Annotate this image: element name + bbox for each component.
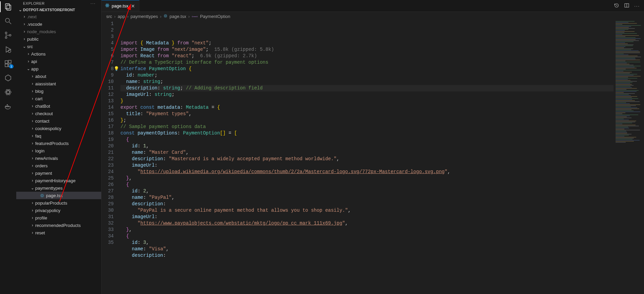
tree-label: cookiespolicy — [35, 126, 61, 131]
file-item[interactable]: page.tsx — [16, 192, 101, 199]
code-line[interactable]: id: 1, — [120, 143, 614, 149]
bc-file[interactable]: page.tsx — [170, 14, 186, 19]
folder-item[interactable]: ›faq — [16, 132, 101, 140]
code-area[interactable]: 💡 import { Metadata } from "next";import… — [120, 21, 614, 294]
code-line[interactable]: }, — [120, 227, 614, 233]
code-line[interactable]: id: 3, — [120, 239, 614, 246]
code-line[interactable]: imageUrl: — [120, 214, 614, 220]
folder-item[interactable]: ›blog — [16, 87, 101, 95]
folder-item[interactable]: ›login — [16, 147, 101, 154]
code-line[interactable]: title: "Payment types", — [120, 111, 614, 117]
folder-item[interactable]: ›reset — [16, 229, 101, 236]
code-line[interactable]: description: string; // Adding descripti… — [120, 85, 614, 91]
code-line[interactable]: import Image from "next/image"; 15.8k (g… — [120, 46, 614, 53]
code-line[interactable]: { — [120, 136, 614, 143]
folder-item[interactable]: ›checkout — [16, 110, 101, 117]
code-line[interactable]: imageUrl: — [120, 162, 614, 169]
tree-label: recommendedProducts — [35, 223, 81, 228]
tree-label: orders — [35, 163, 48, 168]
run-debug-icon[interactable] — [4, 45, 12, 54]
bc-symbol[interactable]: PaymentOption — [200, 14, 230, 19]
folder-item[interactable]: ›profile — [16, 214, 101, 222]
folder-item[interactable]: ›cookiespolicy — [16, 125, 101, 132]
code-line[interactable]: }; — [120, 117, 614, 124]
atom-icon[interactable] — [4, 88, 12, 96]
code-line[interactable]: imageUrl: string; — [120, 91, 614, 98]
tab-page-tsx[interactable]: page.tsx ✕ — [102, 0, 139, 12]
folder-item[interactable]: ›contact — [16, 117, 101, 125]
folder-item[interactable]: ⌄app — [16, 65, 101, 72]
folder-item[interactable]: ›Actions — [16, 50, 101, 58]
code-line[interactable]: interface PaymentOption { — [120, 66, 614, 72]
code-line[interactable]: "PayPal is a secure online payment metho… — [120, 207, 614, 214]
code-line[interactable]: description: — [120, 252, 614, 259]
folder-item[interactable]: ›cart — [16, 95, 101, 102]
code-line[interactable]: name: "Visa", — [120, 246, 614, 252]
ext-badge: 1 — [9, 64, 14, 68]
folder-item[interactable]: ›payment — [16, 169, 101, 177]
folder-item[interactable]: ›api — [16, 58, 101, 65]
code-line[interactable]: id: number; — [120, 72, 614, 79]
tree-label: public — [27, 37, 39, 42]
bc-src[interactable]: src — [106, 14, 112, 19]
folder-item[interactable]: ›newArrivals — [16, 154, 101, 162]
code-line[interactable]: const paymentOptions: PaymentOption[] = … — [120, 130, 614, 136]
folder-item[interactable]: ›orders — [16, 162, 101, 169]
source-control-icon[interactable] — [4, 31, 12, 39]
code-line[interactable]: "https://upload.wikimedia.org/wikipedia/… — [120, 169, 614, 175]
search-icon[interactable] — [4, 17, 12, 25]
chevron-right-icon: › — [30, 104, 35, 108]
docker-icon[interactable] — [4, 102, 12, 110]
folder-item[interactable]: ⌄paymenttypes — [16, 184, 101, 192]
svg-marker-7 — [6, 47, 11, 52]
code-line[interactable]: "https://www.paypalobjects.com/webstatic… — [120, 220, 614, 227]
more-icon[interactable]: ··· — [634, 3, 640, 8]
code-line[interactable]: }, — [120, 175, 614, 182]
code-line[interactable]: } — [120, 98, 614, 104]
folder-item[interactable]: ›chatBot — [16, 102, 101, 110]
code-line[interactable]: // Define a TypeScript interface for pay… — [120, 59, 614, 66]
editor[interactable]: 1234567891011121314151617181920212223242… — [102, 21, 644, 294]
code-line[interactable]: name: "PayPal", — [120, 194, 614, 201]
tree-label: Actions — [31, 51, 46, 57]
code-line[interactable]: name: string; — [120, 79, 614, 85]
folder-item[interactable]: ›.vscode — [16, 20, 101, 28]
explorer-icon[interactable] — [4, 3, 12, 11]
bc-app[interactable]: app — [118, 14, 125, 19]
split-editor-icon[interactable] — [624, 3, 629, 9]
timeline-icon[interactable] — [614, 3, 619, 9]
folder-item[interactable]: ›node_modules — [16, 28, 101, 35]
breadcrumb[interactable]: src› app› paymenttypes› page.tsx› ◦─◦ Pa… — [102, 12, 644, 21]
folder-item[interactable]: ›paymentHistorypage — [16, 177, 101, 184]
svg-rect-10 — [5, 64, 8, 67]
code-line[interactable]: export const metadata: Metadata = { — [120, 104, 614, 111]
code-line[interactable]: import { Metadata } from "next"; — [120, 40, 614, 46]
folder-item[interactable]: ›recommendedProducts — [16, 222, 101, 229]
folder-item[interactable]: ›public — [16, 35, 101, 43]
code-line[interactable]: description: — [120, 201, 614, 207]
folder-item[interactable]: ›featuredProducts — [16, 140, 101, 147]
lightbulb-icon[interactable]: 💡 — [114, 66, 119, 72]
folder-item[interactable]: ›privacypolicy — [16, 207, 101, 214]
folder-item[interactable]: ›about — [16, 72, 101, 80]
hex-icon[interactable] — [4, 74, 12, 82]
svg-rect-9 — [5, 61, 8, 63]
extensions-icon[interactable]: 1 — [4, 60, 12, 68]
folder-item[interactable]: ⌄src — [16, 43, 101, 50]
code-line[interactable]: { — [120, 182, 614, 188]
minimap[interactable] — [614, 21, 644, 294]
code-line[interactable]: name: "Master Card", — [120, 149, 614, 156]
code-line[interactable]: description: "Mastercard is a widely acc… — [120, 156, 614, 162]
explorer-more-icon[interactable]: ··· — [91, 1, 96, 5]
bc-paymenttypes[interactable]: paymenttypes — [131, 14, 158, 19]
code-line[interactable]: import React from "react"; 6.9k (gzipped… — [120, 53, 614, 59]
folder-item[interactable]: ›aiassistant — [16, 80, 101, 87]
code-line[interactable]: id: 2, — [120, 188, 614, 194]
folder-item[interactable]: ›.next — [16, 13, 101, 20]
folder-item[interactable]: ›popularProducts — [16, 199, 101, 207]
code-line[interactable]: // Sample payment options data — [120, 124, 614, 130]
close-icon[interactable]: ✕ — [130, 3, 136, 9]
editor-area: page.tsx ✕ ··· src› app› paymenttypes› p… — [102, 0, 644, 294]
code-line[interactable]: { — [120, 233, 614, 239]
project-header[interactable]: ⌄ DOTPOT-NEXTSTOREFRONT — [16, 7, 101, 13]
